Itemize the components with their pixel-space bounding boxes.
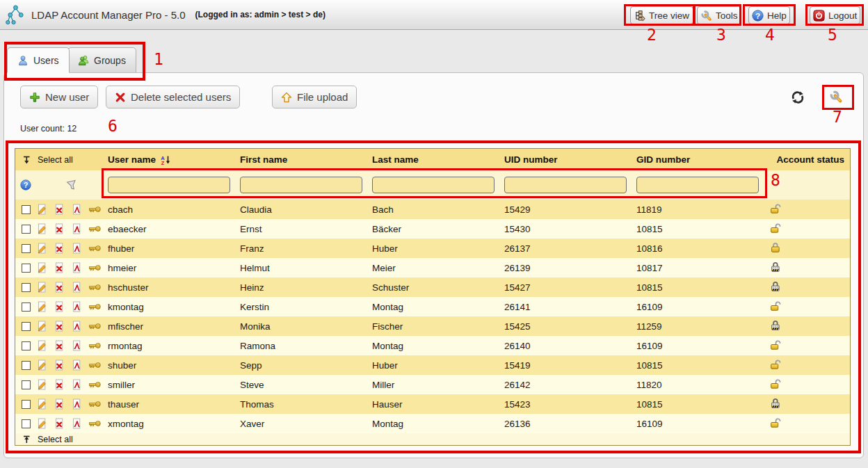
row-checkbox[interactable] — [22, 302, 31, 312]
cell-account-status — [769, 378, 850, 392]
password-key-icon[interactable] — [88, 400, 101, 408]
tab-users[interactable]: Users — [7, 47, 70, 73]
delete-user-icon[interactable] — [54, 282, 65, 293]
pdf-icon[interactable] — [71, 223, 82, 234]
arrow-up-icon — [22, 435, 32, 444]
edit-user-icon[interactable] — [36, 204, 47, 215]
pdf-icon[interactable] — [71, 243, 82, 254]
logout-button[interactable]: Logout — [810, 6, 860, 24]
filter-gid-number-input[interactable] — [636, 177, 759, 193]
cell-first-name: Kerstin — [240, 302, 372, 312]
password-key-icon[interactable] — [88, 341, 101, 350]
delete-user-icon[interactable] — [54, 223, 65, 234]
refresh-icon[interactable] — [791, 90, 805, 104]
edit-user-icon[interactable] — [36, 243, 47, 254]
funnel-icon[interactable] — [66, 179, 78, 191]
edit-user-icon[interactable] — [36, 301, 47, 312]
pdf-icon[interactable] — [71, 398, 82, 410]
cell-first-name: Heinz — [240, 282, 372, 293]
cell-last-name: Huber — [372, 360, 504, 371]
cell-account-status — [769, 358, 850, 372]
delete-user-icon[interactable] — [54, 243, 65, 254]
edit-user-icon[interactable] — [36, 360, 47, 371]
cell-gid-number: 10815 — [636, 224, 769, 234]
filter-first-name-input[interactable] — [240, 177, 362, 193]
delete-user-icon[interactable] — [54, 321, 65, 332]
edit-user-icon[interactable] — [36, 379, 47, 390]
delete-user-icon[interactable] — [54, 204, 65, 215]
filter-last-name-input[interactable] — [372, 177, 495, 193]
file-upload-button[interactable]: File upload — [272, 86, 357, 108]
password-key-icon[interactable] — [88, 283, 101, 291]
delete-user-icon[interactable] — [54, 301, 65, 312]
tools-button[interactable]: Tools — [697, 6, 741, 24]
pdf-icon[interactable] — [71, 204, 82, 215]
help-button[interactable]: Help — [748, 6, 790, 24]
pdf-icon[interactable] — [71, 418, 82, 429]
password-key-icon[interactable] — [88, 205, 101, 213]
delete-user-icon[interactable] — [54, 398, 65, 410]
user-row: fhuber Franz Huber 26137 10816 — [15, 239, 850, 258]
delete-selected-users-button[interactable]: Delete selected users — [106, 86, 240, 108]
delete-user-icon[interactable] — [54, 418, 65, 429]
column-header-user-name[interactable]: User name — [108, 154, 240, 165]
select-all-bottom[interactable]: Select all — [15, 433, 850, 445]
row-checkbox[interactable] — [22, 205, 31, 214]
row-checkbox[interactable] — [22, 225, 31, 234]
delete-user-icon[interactable] — [54, 379, 65, 390]
pdf-icon[interactable] — [71, 301, 82, 312]
tab-groups[interactable]: Groups — [67, 47, 136, 73]
delete-user-icon[interactable] — [54, 360, 65, 371]
new-user-button[interactable]: New user — [20, 86, 98, 108]
edit-user-icon[interactable] — [36, 340, 47, 351]
delete-user-icon[interactable] — [54, 340, 65, 351]
user-row: kmontag Kerstin Montag 26141 16109 — [15, 297, 850, 316]
password-key-icon[interactable] — [88, 322, 101, 330]
user-row: thauser Thomas Hauser 15423 10815 — [15, 394, 850, 414]
row-checkbox[interactable] — [22, 283, 31, 292]
edit-user-icon[interactable] — [36, 398, 47, 410]
row-checkbox[interactable] — [22, 244, 31, 253]
password-key-icon[interactable] — [88, 225, 101, 233]
password-key-icon[interactable] — [88, 264, 101, 272]
pdf-icon[interactable] — [71, 282, 82, 293]
filter-user-name-input[interactable] — [108, 177, 230, 193]
app-title: LDAP Account Manager Pro - 5.0 — [31, 9, 186, 21]
pdf-icon[interactable] — [71, 340, 82, 351]
pdf-icon[interactable] — [71, 321, 82, 332]
edit-user-icon[interactable] — [36, 223, 47, 234]
row-checkbox[interactable] — [22, 380, 31, 389]
edit-user-icon[interactable] — [36, 262, 47, 273]
pdf-icon[interactable] — [71, 379, 82, 390]
delete-user-icon[interactable] — [54, 262, 65, 273]
row-checkbox[interactable] — [22, 264, 31, 273]
filter-help-icon[interactable] — [20, 179, 31, 191]
row-checkbox[interactable] — [22, 322, 31, 331]
row-checkbox[interactable] — [22, 361, 31, 370]
settings-wrench-icon[interactable] — [829, 90, 843, 104]
row-checkbox[interactable] — [22, 341, 31, 350]
cell-uid-number: 26137 — [504, 243, 636, 254]
sort-az-icon[interactable] — [159, 155, 172, 165]
lock-open-icon — [769, 358, 782, 370]
password-key-icon[interactable] — [88, 302, 101, 311]
cell-gid-number: 16109 — [636, 302, 769, 312]
pdf-icon[interactable] — [71, 360, 82, 371]
edit-user-icon[interactable] — [36, 418, 47, 429]
password-key-icon[interactable] — [88, 361, 101, 369]
filter-uid-number-input[interactable] — [504, 177, 627, 193]
password-key-icon[interactable] — [88, 419, 101, 428]
cell-gid-number: 10816 — [636, 243, 769, 254]
password-key-icon[interactable] — [88, 380, 101, 389]
tree-view-button[interactable]: Tree view — [630, 6, 693, 24]
cell-user-name: rmontag — [108, 341, 240, 351]
edit-user-icon[interactable] — [36, 282, 47, 293]
pdf-icon[interactable] — [71, 262, 82, 273]
row-checkbox[interactable] — [22, 419, 31, 428]
x-mark-icon — [115, 92, 126, 103]
cell-user-name: ebaecker — [108, 224, 240, 234]
select-all-top[interactable]: Select all — [15, 155, 108, 165]
row-checkbox[interactable] — [22, 400, 31, 409]
edit-user-icon[interactable] — [36, 321, 47, 332]
password-key-icon[interactable] — [88, 244, 101, 252]
